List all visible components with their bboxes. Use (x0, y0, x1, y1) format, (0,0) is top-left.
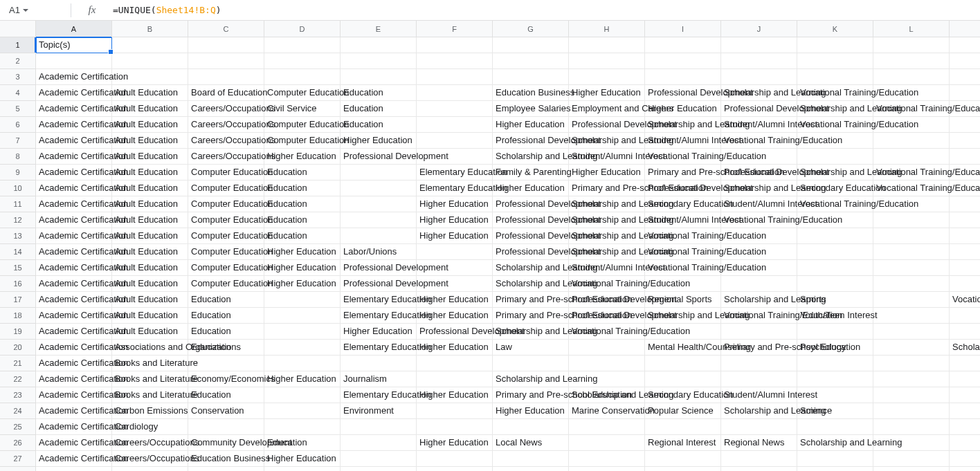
cell-L21[interactable] (873, 355, 950, 371)
cell-H2[interactable] (569, 53, 645, 69)
cell-J20[interactable]: Primary and Pre-school Education (721, 340, 797, 355)
cell-L23[interactable] (873, 387, 950, 403)
cell-F14[interactable] (417, 244, 493, 260)
cell-I7[interactable]: Student/Alumni Interest (645, 133, 721, 149)
cell-J10[interactable]: Scholarship and Learning (721, 181, 797, 196)
cell-A9[interactable]: Academic Certification (36, 165, 112, 181)
cell-J16[interactable] (721, 276, 797, 292)
cell-I11[interactable]: Secondary Education (645, 196, 721, 212)
cell-C3[interactable] (188, 69, 264, 85)
cell-C8[interactable]: Careers/Occupations (188, 149, 264, 165)
cell-B6[interactable]: Adult Education (112, 117, 188, 133)
cell-F4[interactable] (417, 85, 493, 101)
cell-G9[interactable]: Family & Parenting (493, 165, 569, 181)
cell-E16[interactable]: Professional Development (341, 276, 417, 292)
cell-E23[interactable]: Elementary Education (341, 387, 417, 403)
cell-E8[interactable]: Professional Development (341, 149, 417, 165)
cell-I13[interactable]: Vocational Training/Education (645, 228, 721, 244)
cell-F21[interactable] (417, 355, 493, 371)
cell-I20[interactable]: Mental Health/Counseling (645, 340, 721, 355)
cell-E14[interactable]: Labor/Unions (341, 244, 417, 260)
cell-K16[interactable] (797, 276, 873, 292)
cell-D2[interactable] (264, 53, 341, 69)
row-header-8[interactable]: 8 (0, 149, 35, 165)
cell-G28[interactable] (493, 467, 569, 471)
cell-I28[interactable] (645, 467, 721, 471)
row-header-22[interactable]: 22 (0, 371, 35, 387)
cell-C20[interactable]: Education (188, 340, 264, 355)
cell-L5[interactable]: Vocational Training/Education (873, 101, 950, 117)
column-header-M[interactable]: M (950, 21, 980, 37)
cell-D20[interactable] (264, 340, 341, 355)
cell-A5[interactable]: Academic Certification (36, 101, 112, 117)
cell-A7[interactable]: Academic Certification (36, 133, 112, 149)
cell-K21[interactable] (797, 355, 873, 371)
cell-K15[interactable] (797, 260, 873, 276)
cell-C6[interactable]: Careers/Occupations (188, 117, 264, 133)
cell-E7[interactable]: Higher Education (341, 133, 417, 149)
cell-A15[interactable]: Academic Certification (36, 260, 112, 276)
cell-A8[interactable]: Academic Certification (36, 149, 112, 165)
cell-E15[interactable]: Professional Development (341, 260, 417, 276)
cell-E24[interactable]: Environment (341, 403, 417, 419)
cell-J22[interactable] (721, 371, 797, 387)
cell-L15[interactable] (873, 260, 950, 276)
cell-E10[interactable] (341, 181, 417, 196)
cell-D12[interactable]: Education (264, 212, 341, 228)
cell-K17[interactable]: Sports (797, 292, 873, 308)
cell-C11[interactable]: Computer Education (188, 196, 264, 212)
cell-F3[interactable] (417, 69, 493, 85)
cell-M13[interactable] (950, 228, 980, 244)
cell-A4[interactable]: Academic Certification (36, 85, 112, 101)
cell-F20[interactable]: Higher Education (417, 340, 493, 355)
cell-K11[interactable]: Vocational Training/Education (797, 196, 873, 212)
cell-A23[interactable]: Academic Certification (36, 387, 112, 403)
cell-M15[interactable] (950, 260, 980, 276)
cell-G11[interactable]: Professional Development (493, 196, 569, 212)
cell-I15[interactable]: Vocational Training/Education (645, 260, 721, 276)
cell-H16[interactable]: Vocational Training/Education (569, 276, 645, 292)
cell-C27[interactable]: Education Business (188, 451, 264, 467)
cell-I22[interactable] (645, 371, 721, 387)
cell-A19[interactable]: Academic Certification (36, 324, 112, 340)
cell-K5[interactable]: Scholarship and Learning (797, 101, 873, 117)
cell-H19[interactable]: Vocational Training/Education (569, 324, 645, 340)
cell-M27[interactable] (950, 451, 980, 467)
cell-B2[interactable] (112, 53, 188, 69)
cell-I3[interactable] (645, 69, 721, 85)
row-header-6[interactable]: 6 (0, 117, 35, 133)
cell-F18[interactable]: Higher Education (417, 308, 493, 324)
cell-E11[interactable] (341, 196, 417, 212)
cell-K9[interactable]: Scholarship and Learning (797, 165, 873, 181)
cell-J26[interactable]: Regional News (721, 435, 797, 451)
cell-B28[interactable] (112, 467, 188, 471)
cell-H15[interactable]: Student/Alumni Interest (569, 260, 645, 276)
name-box-dropdown-icon[interactable] (23, 9, 28, 12)
cell-F28[interactable] (417, 467, 493, 471)
cell-K26[interactable]: Scholarship and Learning (797, 435, 873, 451)
cell-I4[interactable]: Professional Development (645, 85, 721, 101)
cell-A14[interactable]: Academic Certification (36, 244, 112, 260)
cell-D3[interactable] (264, 69, 341, 85)
cell-F13[interactable]: Higher Education (417, 228, 493, 244)
cell-D21[interactable] (264, 355, 341, 371)
cell-F26[interactable]: Higher Education (417, 435, 493, 451)
cell-M16[interactable] (950, 276, 980, 292)
cell-I24[interactable]: Popular Science (645, 403, 721, 419)
cell-B21[interactable]: Books and Literature (112, 355, 188, 371)
cell-F2[interactable] (417, 53, 493, 69)
row-header-26[interactable]: 26 (0, 435, 35, 451)
cell-E20[interactable]: Elementary Education (341, 340, 417, 355)
cell-J9[interactable]: Professional Development (721, 165, 797, 181)
cell-F19[interactable]: Professional Development (417, 324, 493, 340)
cell-E22[interactable]: Journalism (341, 371, 417, 387)
row-header-1[interactable]: 1 (0, 37, 35, 53)
cell-E21[interactable] (341, 355, 417, 371)
cell-B27[interactable]: Careers/Occupations (112, 451, 188, 467)
cell-J17[interactable]: Scholarship and Learning (721, 292, 797, 308)
row-header-13[interactable]: 13 (0, 228, 35, 244)
cell-L18[interactable] (873, 308, 950, 324)
cell-G14[interactable]: Professional Development (493, 244, 569, 260)
cell-B1[interactable] (112, 37, 188, 53)
cell-I17[interactable]: Regional Sports (645, 292, 721, 308)
